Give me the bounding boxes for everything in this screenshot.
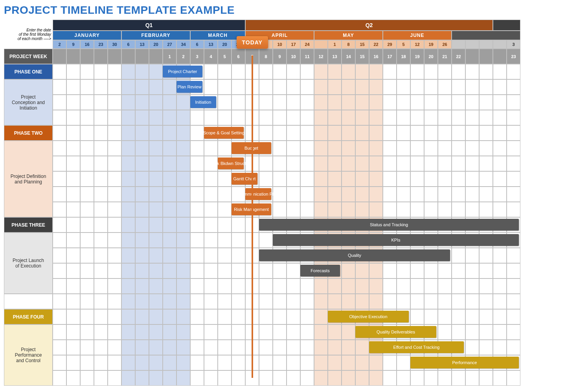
project-week-22: 14 <box>342 49 355 64</box>
project-week-11: 3 <box>190 49 204 64</box>
grid-cell <box>121 294 135 309</box>
quarter-q2: Q2 <box>245 20 493 31</box>
grid-cell <box>190 294 204 309</box>
project-week-6 <box>121 49 135 64</box>
project-week-29: 21 <box>438 49 452 64</box>
grid-cell <box>163 370 176 386</box>
grid-cell <box>53 370 66 386</box>
bar-kpis[interactable]: KPIs <box>273 234 519 246</box>
project-week-5 <box>108 49 121 64</box>
bar-quality[interactable]: Quality <box>259 249 450 261</box>
project-week-26: 18 <box>397 49 410 64</box>
bar-scope-goal[interactable]: Scope & Goal Setting <box>204 127 244 139</box>
project-week-28: 20 <box>424 49 438 64</box>
grid-cell <box>452 370 465 386</box>
grid-cell <box>149 294 163 309</box>
page-title: PROJECT TIMELINE TEMPLATE EXAMPLE <box>4 4 573 16</box>
bar-initiation[interactable]: Initiation <box>190 96 216 108</box>
phase-four-header: PHASE FOUR <box>4 309 53 324</box>
project-week-18: 10 <box>287 49 300 64</box>
grid-cell <box>232 294 245 309</box>
project-week-31 <box>465 49 479 64</box>
grid-cell <box>300 370 314 386</box>
grid-cell <box>273 294 287 309</box>
grid-cell <box>465 294 479 309</box>
grid-cell <box>218 370 232 386</box>
bar-quality-del[interactable]: Quality Deliverables <box>355 326 436 338</box>
grid-cell <box>287 370 300 386</box>
quarter-q1: Q1 <box>53 20 245 31</box>
month-january: JANUARY <box>53 31 121 40</box>
bar-gantt[interactable]: Gantt Chart <box>232 173 257 185</box>
month-may: MAY <box>314 31 383 40</box>
grid-cell <box>410 294 424 309</box>
month-june: JUNE <box>383 31 452 40</box>
project-week-21: 13 <box>328 49 342 64</box>
project-week-2 <box>66 49 80 64</box>
grid-cell <box>80 294 94 309</box>
project-week-19: 11 <box>300 49 314 64</box>
grid-cell <box>328 294 342 309</box>
grid-cell <box>66 294 80 309</box>
project-week-3 <box>80 49 94 64</box>
grid-cell <box>493 294 507 309</box>
phase-two-header: PHASE TWO <box>4 125 53 141</box>
quarter-extra <box>493 20 520 31</box>
grid-cell <box>383 294 397 309</box>
grid-cell <box>355 370 369 386</box>
project-week-14: 6 <box>232 49 245 64</box>
bar-project-charter[interactable]: Project Charter <box>163 66 202 77</box>
grid-cell <box>369 370 383 386</box>
bar-comm-plan[interactable]: Communication Plan <box>245 188 271 200</box>
project-week-23: 15 <box>355 49 369 64</box>
project-week-24: 16 <box>369 49 383 64</box>
grid-cell <box>259 294 273 309</box>
grid-cell <box>314 370 328 386</box>
grid-cell <box>176 370 190 386</box>
phase-one-sub: Project Conception and Initiation <box>4 79 53 125</box>
project-week-20: 12 <box>314 49 328 64</box>
gantt-timeline: Enter the date of the first Monday of ea… <box>4 20 573 386</box>
bar-obj-exec[interactable]: Objective Execution <box>328 311 409 322</box>
grid-cell <box>355 294 369 309</box>
grid-cell <box>108 370 121 386</box>
bar-wbs[interactable]: Work Bkdwn Structure <box>218 158 244 169</box>
side-note: Enter the date of the first Monday of ea… <box>4 20 53 49</box>
grid-cell <box>135 370 149 386</box>
grid-cell <box>397 370 410 386</box>
project-week-4 <box>94 49 108 64</box>
gap-left <box>4 294 53 309</box>
grid-cell <box>135 294 149 309</box>
grid-cell <box>163 294 176 309</box>
grid-cell <box>479 294 493 309</box>
grid-cell <box>397 294 410 309</box>
bar-forecasts[interactable]: Forecasts <box>300 265 340 277</box>
project-week-17: 9 <box>273 49 287 64</box>
grid-cell <box>121 370 135 386</box>
grid-cell <box>204 294 218 309</box>
grid-cell <box>149 370 163 386</box>
grid-cell <box>300 294 314 309</box>
grid-cell <box>452 294 465 309</box>
grid-cell <box>232 370 245 386</box>
grid-cell <box>342 294 355 309</box>
grid-cell <box>438 370 452 386</box>
bar-performance[interactable]: Performance <box>410 357 519 368</box>
bar-plan-review[interactable]: Plan Review <box>176 81 202 93</box>
bar-effort-cost[interactable]: Effort and Cost Tracking <box>369 341 464 353</box>
bar-status[interactable]: Status and Tracking <box>259 219 519 231</box>
grid-cell <box>94 370 108 386</box>
today-badge: TODAY <box>237 36 268 49</box>
project-week-13: 5 <box>218 49 232 64</box>
grid-cell <box>108 294 121 309</box>
grid-cell <box>94 294 108 309</box>
project-week-1 <box>53 49 66 64</box>
grid-cell <box>342 370 355 386</box>
grid-cell <box>287 294 300 309</box>
grid-cell <box>383 370 397 386</box>
phase-one-header: PHASE ONE <box>4 64 53 79</box>
grid-cell <box>424 294 438 309</box>
grid-cell <box>190 370 204 386</box>
month-february: FEBRUARY <box>121 31 190 40</box>
project-week-34: 23 <box>507 49 520 64</box>
